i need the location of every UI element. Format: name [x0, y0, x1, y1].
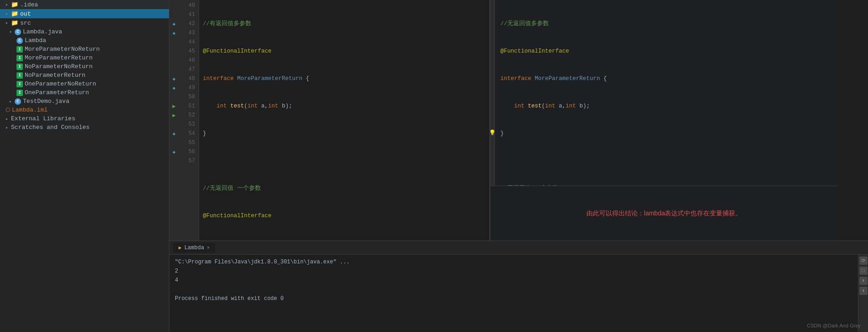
code-line: interface OneParameterNoReturn {: [203, 239, 489, 241]
terminal-output-1: 2: [175, 267, 852, 276]
sidebar-item-more-param-no-return[interactable]: I MoreParameterNoReturn: [0, 45, 169, 54]
right-panel: 💡 //无返回值多参数 @FunctionalInterface interfa…: [490, 0, 838, 241]
class-icon: C: [16, 37, 23, 44]
gutter-cell: [169, 37, 179, 47]
sidebar-item-label: OneParameterNoReturn: [25, 80, 96, 87]
sidebar-item-no-param-no-return[interactable]: I NoParameterNoReturn: [0, 62, 169, 71]
sidebar-item-lambda-iml[interactable]: ⬡ Lambda.iml: [0, 106, 169, 114]
code-line: //无返回值 一个参数: [203, 184, 489, 193]
right-code-area: 💡 //无返回值多参数 @FunctionalInterface interfa…: [490, 0, 838, 186]
interface-icon: I: [16, 90, 23, 96]
gutter-cell: ◈: [169, 74, 179, 83]
terminal-btn-1[interactable]: ⟳: [859, 257, 868, 265]
code-line: int test(int a,int b);: [203, 102, 489, 111]
sidebar-item-one-param-return[interactable]: I OneParameterReturn: [0, 88, 169, 97]
sidebar-item-src[interactable]: ▸ 📁 src: [0, 18, 169, 27]
file-icon: ⬡: [5, 107, 10, 113]
code-line: [500, 156, 838, 166]
code-line: }: [203, 129, 489, 138]
terminal-btn-2[interactable]: □: [859, 267, 868, 275]
interface-icon: I: [16, 46, 23, 53]
sidebar-item-label: MoreParameterNoReturn: [25, 46, 100, 53]
watermark: CSDN @Dark And Grey: [807, 323, 861, 328]
sidebar-item-lambda-class[interactable]: C Lambda: [0, 36, 169, 45]
right-gutter: 💡: [490, 0, 495, 186]
impl-icon: ◈: [173, 76, 176, 82]
sidebar-item-out[interactable]: ▸ 📁 out: [0, 9, 169, 18]
sidebar-item-test-demo[interactable]: ▸ C TestDemo.java: [0, 97, 169, 106]
code-content-right: //无返回值多参数 @FunctionalInterface interface…: [495, 0, 838, 186]
gutter-cell: [169, 56, 179, 65]
code-line: @FunctionalInterface: [203, 47, 489, 56]
impl-icon: ◈: [173, 149, 176, 155]
chevron-icon: ▸: [5, 11, 8, 16]
gutter-left: ◈ ◈ ◈ ◈ ▶ ▶ ◈ ◈: [169, 0, 179, 241]
terminal-wrapper: "C:\Program Files\Java\jdk1.8.0_301\bin\…: [169, 255, 868, 332]
sidebar-item-no-param-return[interactable]: I NoParameterReturn: [0, 71, 169, 80]
sidebar: ▸ 📁 .idea ▸ 📁 out ▸ 📁 src ▾ C Lambda.jav…: [0, 0, 169, 332]
sidebar-item-label: Lambda: [25, 37, 46, 44]
sidebar-item-idea[interactable]: ▸ 📁 .idea: [0, 0, 169, 9]
code-line: int test(int a,int b);: [500, 102, 838, 111]
terminal-command-line: "C:\Program Files\Java\jdk1.8.0_301\bin\…: [175, 257, 852, 267]
chevron-icon: ▸: [5, 125, 8, 130]
gutter-cell: ◈: [169, 147, 179, 156]
sidebar-item-label: Lambda.iml: [12, 107, 48, 113]
impl-icon: ◈: [173, 30, 176, 36]
sidebar-item-label: Scratches and Consoles: [11, 124, 90, 131]
annotation-text: 由此可以得出结论：lambda表达式中也存在变量捕获。: [586, 209, 742, 218]
terminal-output-empty: [175, 285, 852, 294]
run-icon: ▶: [172, 112, 175, 119]
gutter-cell: [169, 120, 179, 129]
chevron-icon: ▾: [9, 29, 12, 35]
folder-icon: 📁: [11, 19, 18, 27]
sidebar-item-scratches[interactable]: ▸ Scratches and Consoles: [0, 123, 169, 132]
left-editor-panel: ◈ ◈ ◈ ◈ ▶ ▶ ◈ ◈: [169, 0, 490, 241]
line-numbers: 40 41 42 43 44 45 46 47 48 49 50 51 52 5…: [179, 0, 199, 241]
terminal-tab-lambda[interactable]: ▶ Lambda ×: [173, 243, 215, 253]
sidebar-item-label: NoParameterReturn: [25, 72, 86, 79]
terminal-command: "C:\Program Files\Java\jdk1.8.0_301\bin\…: [175, 259, 350, 265]
sidebar-item-label: Lambda.java: [23, 28, 62, 35]
gutter-cell: ◈: [169, 83, 179, 92]
sidebar-item-one-param-no-return[interactable]: I OneParameterNoReturn: [0, 80, 169, 88]
chevron-icon: ▸: [5, 116, 8, 122]
code-content-left: //有返回值多参数 @FunctionalInterface interface…: [199, 0, 489, 241]
run-icon: ▶: [172, 103, 175, 110]
interface-icon: I: [16, 81, 23, 87]
code-line: }: [500, 129, 838, 138]
sidebar-item-label: .idea: [20, 1, 38, 8]
sidebar-item-more-param-return[interactable]: I MoreParameterReturn: [0, 54, 169, 62]
interface-icon: I: [16, 72, 23, 79]
terminal-btn-3[interactable]: ⬆: [859, 277, 868, 285]
sidebar-item-ext-lib[interactable]: ▸ External Libraries: [0, 114, 169, 123]
sidebar-item-label: MoreParameterReturn: [25, 54, 92, 61]
gutter-cell: [169, 1, 179, 10]
code-line: //无返回值 一个参数: [500, 184, 838, 186]
gutter-cell: ▶: [169, 102, 179, 111]
folder-icon: 📁: [11, 10, 18, 17]
gutter-cell: [169, 10, 179, 19]
gutter-cell: ◈: [169, 129, 179, 138]
terminal-tab-label: Lambda: [184, 245, 204, 251]
gutter-cell: ◈: [169, 19, 179, 28]
folder-icon: 📁: [11, 1, 18, 8]
code-line: //无返回值多参数: [500, 19, 838, 28]
gutter-cell: [169, 92, 179, 102]
sidebar-item-lambda-java[interactable]: ▾ C Lambda.java: [0, 27, 169, 36]
terminal-close-btn[interactable]: ×: [207, 245, 210, 251]
sidebar-item-label: out: [20, 11, 31, 17]
terminal-area: ▶ Lambda × "C:\Program Files\Java\jdk1.8…: [169, 241, 868, 332]
code-line: @FunctionalInterface: [203, 211, 489, 220]
sidebar-item-label: External Libraries: [11, 115, 75, 122]
sidebar-item-label: TestDemo.java: [23, 98, 69, 105]
interface-icon: I: [16, 55, 23, 61]
code-line: [203, 156, 489, 166]
terminal-output-2: 4: [175, 276, 852, 285]
code-line: interface MoreParameterReturn {: [203, 74, 489, 83]
code-line: @FunctionalInterface: [500, 47, 838, 56]
terminal-btn-4[interactable]: ⬇: [859, 287, 868, 295]
sidebar-item-label: NoParameterNoReturn: [25, 63, 92, 70]
impl-icon: ◈: [173, 85, 176, 91]
impl-icon: ◈: [173, 131, 176, 137]
